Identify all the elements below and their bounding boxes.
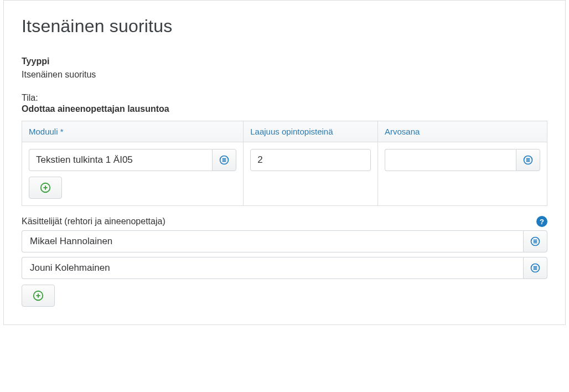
handler-input[interactable] bbox=[22, 257, 523, 279]
plus-icon bbox=[39, 182, 51, 194]
status-block: Tila: Odottaa aineenopettajan lausuntoa bbox=[22, 93, 547, 114]
handlers-label: Käsittelijät (rehtori ja aineenopettaja) bbox=[22, 216, 165, 226]
credits-input[interactable] bbox=[250, 149, 371, 171]
module-picker-button[interactable] bbox=[212, 149, 236, 171]
col-header-credits[interactable]: Laajuus opintopisteinä bbox=[244, 121, 378, 142]
grade-picker-button[interactable] bbox=[516, 149, 540, 171]
page-title: Itsenäinen suoritus bbox=[22, 16, 547, 37]
handler-row bbox=[22, 257, 547, 279]
handler-row bbox=[22, 230, 547, 252]
list-icon bbox=[530, 262, 541, 274]
list-icon bbox=[219, 154, 230, 166]
add-handler-button[interactable] bbox=[22, 285, 55, 307]
status-label: Tila: bbox=[22, 93, 547, 103]
handler-picker-button[interactable] bbox=[523, 230, 547, 252]
type-value: Itsenäinen suoritus bbox=[22, 70, 547, 80]
add-module-button[interactable] bbox=[29, 177, 62, 199]
list-icon bbox=[523, 154, 534, 166]
col-header-module[interactable]: Moduuli * bbox=[22, 121, 244, 142]
list-icon bbox=[530, 236, 541, 247]
handler-input[interactable] bbox=[22, 230, 523, 252]
handler-picker-button[interactable] bbox=[523, 257, 547, 279]
type-label: Tyyppi bbox=[22, 56, 547, 66]
help-icon[interactable]: ? bbox=[536, 216, 547, 227]
type-block: Tyyppi Itsenäinen suoritus bbox=[22, 56, 547, 80]
grade-input[interactable] bbox=[385, 149, 516, 171]
plus-icon bbox=[32, 290, 44, 302]
col-header-grade[interactable]: Arvosana bbox=[377, 121, 547, 142]
module-input[interactable] bbox=[29, 149, 212, 171]
modules-table: Moduuli * Laajuus opintopisteinä Arvosan… bbox=[22, 121, 547, 206]
status-value: Odottaa aineenopettajan lausuntoa bbox=[22, 104, 547, 114]
handlers-block: Käsittelijät (rehtori ja aineenopettaja)… bbox=[22, 216, 547, 307]
form-card: Itsenäinen suoritus Tyyppi Itsenäinen su… bbox=[3, 0, 566, 325]
table-row bbox=[22, 142, 547, 206]
